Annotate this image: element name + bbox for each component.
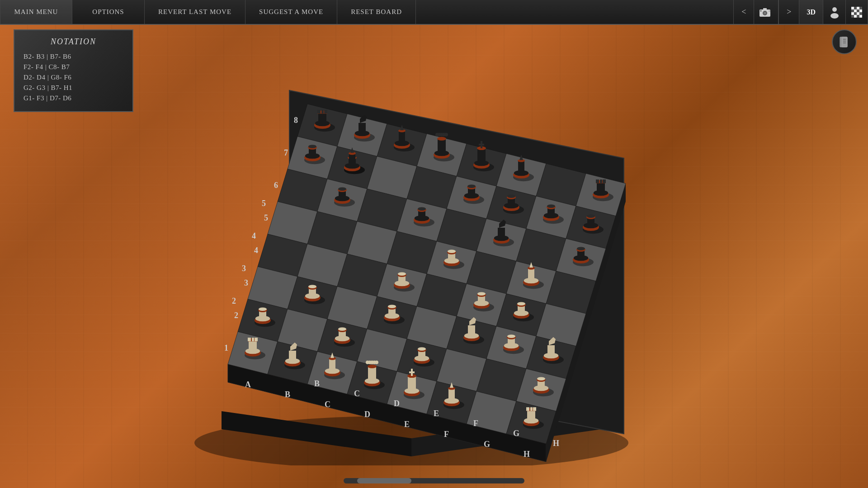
notation-move-5: G1- F3 | D7- D6 [24,94,123,102]
svg-point-2 [764,12,766,14]
notation-moves-list: B2- B3 | B7- B6 F2- F4 | C8- B7 D2- D4 |… [24,53,123,102]
nav-next-button[interactable]: > [778,0,799,24]
checkerboard-icon-button[interactable] [845,0,868,24]
notation-title: Notation [24,37,123,47]
chess-board-wrapper: // This will be handled by JS below [118,27,868,474]
revert-last-move-button[interactable]: Revert Last Move [145,0,245,24]
notation-panel: Notation B2- B3 | B7- B6 F2- F4 | C8- B7… [14,29,133,112]
nav-prev-button[interactable]: < [733,0,754,24]
menu-bar-right: < > 3D [733,0,868,24]
book-icon [838,36,851,48]
bottom-scrollbar[interactable] [344,478,524,483]
reset-board-button[interactable]: Reset Board [337,0,416,24]
main-menu-button[interactable]: Main Menu [0,0,72,24]
svg-rect-9 [842,37,847,47]
notation-move-3: D2- D4 | G8- F6 [24,74,123,81]
notation-move-4: G2- G3 | B7- H1 [24,84,123,92]
svg-point-5 [760,10,761,11]
player-silhouette-icon [828,6,841,19]
svg-rect-3 [763,8,767,10]
suggest-move-button[interactable]: Suggest a Move [245,0,337,24]
svg-point-7 [830,13,839,19]
svg-rect-4 [769,10,770,12]
help-button[interactable] [832,29,857,54]
player-icon-button[interactable] [823,0,845,24]
chess-board-3d[interactable]: // This will be handled by JS below [140,36,615,443]
chevron-right-icon: > [787,7,791,17]
scrollbar-thumb[interactable] [357,478,411,483]
camera-button[interactable] [754,0,778,24]
notation-move-1: B2- B3 | B7- B6 [24,53,123,61]
camera-icon [760,7,773,18]
menu-bar: Main Menu Options Revert Last Move Sugge… [0,0,868,25]
svg-point-6 [832,7,837,12]
options-button[interactable]: Options [72,0,145,24]
notation-move-2: F2- F4 | C8- B7 [24,63,123,71]
chevron-left-icon: < [741,7,746,17]
view-3d-button[interactable]: 3D [799,0,823,24]
mini-checker-icon [851,7,862,18]
